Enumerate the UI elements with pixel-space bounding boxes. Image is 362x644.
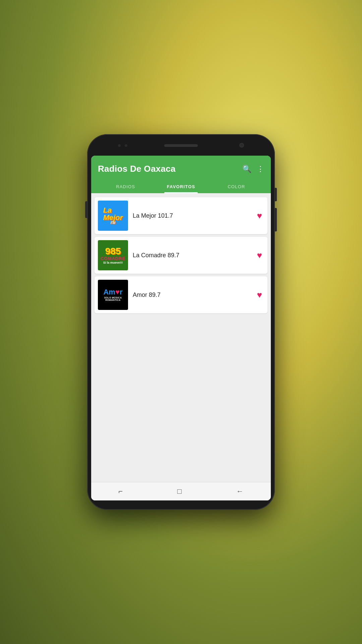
side-button-right-bottom	[275, 208, 277, 231]
radio-name-1: La Mejor 101.7	[133, 212, 252, 219]
phone-camera	[239, 143, 244, 148]
recent-apps-button[interactable]: ⌐	[112, 484, 129, 498]
logo-comadre-brand: COMADRE	[101, 256, 125, 261]
phone-dot-left	[118, 144, 121, 147]
radio-logo-la-mejor: LaMejor FM	[98, 201, 128, 231]
app-header: Radios De Oaxaca 🔍 ⋮ RADIOS FAVORITOS CO…	[91, 156, 271, 193]
tab-color[interactable]: COLOR	[209, 179, 264, 193]
logo-comadre-sub: Si la mueve!!!	[103, 261, 123, 264]
logo-amor-sub: SOLO MÚSICA ROMÁNTICA	[98, 297, 128, 301]
tab-radios[interactable]: RADIOS	[98, 179, 153, 193]
tabs-row: RADIOS FAVORITOS COLOR	[98, 179, 264, 193]
home-button[interactable]: □	[171, 484, 188, 498]
tab-favoritos[interactable]: FAVORITOS	[153, 179, 208, 193]
search-icon[interactable]: 🔍	[242, 165, 251, 173]
bottom-nav: ⌐ □ ←	[91, 482, 271, 500]
radio-card-3[interactable]: Am♥r SOLO MÚSICA ROMÁNTICA Amor 89.7 ♥	[95, 276, 267, 313]
logo-la-mejor-text: LaMejor FM	[103, 207, 123, 225]
radio-logo-amor: Am♥r SOLO MÚSICA ROMÁNTICA	[98, 280, 128, 310]
phone-screen: Radios De Oaxaca 🔍 ⋮ RADIOS FAVORITOS CO…	[91, 156, 271, 500]
phone-device: Radios De Oaxaca 🔍 ⋮ RADIOS FAVORITOS CO…	[87, 134, 275, 510]
header-icons: 🔍 ⋮	[242, 165, 264, 173]
favorite-button-3[interactable]: ♥	[257, 290, 262, 300]
favorite-button-1[interactable]: ♥	[257, 211, 262, 221]
favorite-button-2[interactable]: ♥	[257, 250, 262, 261]
back-button[interactable]: ←	[230, 484, 250, 498]
radio-name-2: La Comadre 89.7	[133, 252, 252, 259]
content-area: LaMejor FM La Mejor 101.7 ♥ 985 COMADRE …	[91, 193, 271, 482]
phone-speaker	[164, 144, 198, 147]
app-title-row: Radios De Oaxaca 🔍 ⋮	[98, 164, 264, 174]
more-options-icon[interactable]: ⋮	[257, 165, 264, 173]
radio-card-2[interactable]: 985 COMADRE Si la mueve!!! La Comadre 89…	[95, 237, 267, 274]
logo-amor-am: Am♥r	[103, 288, 122, 296]
logo-comadre-number: 985	[105, 247, 121, 256]
radio-name-3: Amor 89.7	[133, 291, 252, 299]
side-button-left	[85, 201, 87, 218]
radio-logo-comadre: 985 COMADRE Si la mueve!!!	[98, 240, 128, 270]
radio-card-1[interactable]: LaMejor FM La Mejor 101.7 ♥	[95, 197, 267, 234]
phone-top-bar	[91, 141, 271, 154]
phone-dot-right	[125, 144, 127, 147]
side-button-right-top	[275, 188, 277, 201]
app-title: Radios De Oaxaca	[98, 164, 176, 174]
